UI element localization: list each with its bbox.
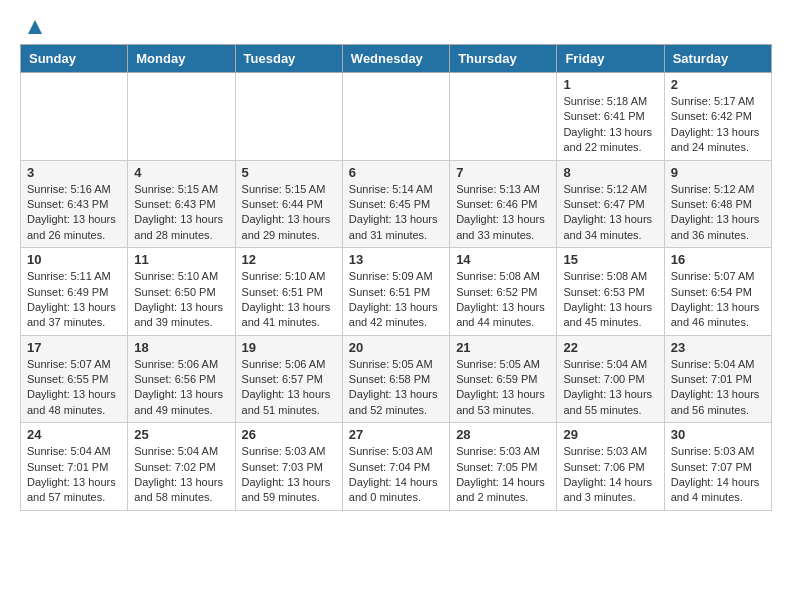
day-number: 28	[456, 427, 550, 442]
calendar-day-empty	[128, 73, 235, 161]
day-info: Sunrise: 5:18 AM Sunset: 6:41 PM Dayligh…	[563, 94, 657, 156]
day-info: Sunrise: 5:08 AM Sunset: 6:52 PM Dayligh…	[456, 269, 550, 331]
calendar-day-10: 10Sunrise: 5:11 AM Sunset: 6:49 PM Dayli…	[21, 248, 128, 336]
calendar-day-empty	[21, 73, 128, 161]
calendar-day-11: 11Sunrise: 5:10 AM Sunset: 6:50 PM Dayli…	[128, 248, 235, 336]
day-info: Sunrise: 5:04 AM Sunset: 7:02 PM Dayligh…	[134, 444, 228, 506]
calendar-day-empty	[450, 73, 557, 161]
day-number: 21	[456, 340, 550, 355]
calendar-day-6: 6Sunrise: 5:14 AM Sunset: 6:45 PM Daylig…	[342, 160, 449, 248]
calendar-week-3: 10Sunrise: 5:11 AM Sunset: 6:49 PM Dayli…	[21, 248, 772, 336]
calendar-header-saturday: Saturday	[664, 45, 771, 73]
calendar-day-16: 16Sunrise: 5:07 AM Sunset: 6:54 PM Dayli…	[664, 248, 771, 336]
calendar-body: 1Sunrise: 5:18 AM Sunset: 6:41 PM Daylig…	[21, 73, 772, 511]
calendar-header-friday: Friday	[557, 45, 664, 73]
day-number: 12	[242, 252, 336, 267]
day-number: 26	[242, 427, 336, 442]
calendar-day-empty	[342, 73, 449, 161]
page-container: SundayMondayTuesdayWednesdayThursdayFrid…	[0, 0, 792, 527]
calendar-day-20: 20Sunrise: 5:05 AM Sunset: 6:58 PM Dayli…	[342, 335, 449, 423]
day-number: 18	[134, 340, 228, 355]
day-info: Sunrise: 5:16 AM Sunset: 6:43 PM Dayligh…	[27, 182, 121, 244]
calendar-week-2: 3Sunrise: 5:16 AM Sunset: 6:43 PM Daylig…	[21, 160, 772, 248]
calendar-day-25: 25Sunrise: 5:04 AM Sunset: 7:02 PM Dayli…	[128, 423, 235, 511]
day-number: 23	[671, 340, 765, 355]
calendar-day-1: 1Sunrise: 5:18 AM Sunset: 6:41 PM Daylig…	[557, 73, 664, 161]
day-number: 9	[671, 165, 765, 180]
day-info: Sunrise: 5:03 AM Sunset: 7:04 PM Dayligh…	[349, 444, 443, 506]
day-info: Sunrise: 5:12 AM Sunset: 6:47 PM Dayligh…	[563, 182, 657, 244]
day-info: Sunrise: 5:04 AM Sunset: 7:01 PM Dayligh…	[671, 357, 765, 419]
calendar-day-29: 29Sunrise: 5:03 AM Sunset: 7:06 PM Dayli…	[557, 423, 664, 511]
day-info: Sunrise: 5:10 AM Sunset: 6:51 PM Dayligh…	[242, 269, 336, 331]
day-number: 20	[349, 340, 443, 355]
calendar-table: SundayMondayTuesdayWednesdayThursdayFrid…	[20, 44, 772, 511]
calendar-day-7: 7Sunrise: 5:13 AM Sunset: 6:46 PM Daylig…	[450, 160, 557, 248]
calendar-day-17: 17Sunrise: 5:07 AM Sunset: 6:55 PM Dayli…	[21, 335, 128, 423]
day-number: 19	[242, 340, 336, 355]
day-number: 17	[27, 340, 121, 355]
day-info: Sunrise: 5:03 AM Sunset: 7:05 PM Dayligh…	[456, 444, 550, 506]
calendar-day-27: 27Sunrise: 5:03 AM Sunset: 7:04 PM Dayli…	[342, 423, 449, 511]
day-number: 3	[27, 165, 121, 180]
svg-marker-0	[28, 20, 42, 34]
day-info: Sunrise: 5:05 AM Sunset: 6:58 PM Dayligh…	[349, 357, 443, 419]
day-number: 1	[563, 77, 657, 92]
calendar-day-15: 15Sunrise: 5:08 AM Sunset: 6:53 PM Dayli…	[557, 248, 664, 336]
day-info: Sunrise: 5:13 AM Sunset: 6:46 PM Dayligh…	[456, 182, 550, 244]
day-number: 29	[563, 427, 657, 442]
day-number: 13	[349, 252, 443, 267]
day-info: Sunrise: 5:03 AM Sunset: 7:06 PM Dayligh…	[563, 444, 657, 506]
calendar-day-8: 8Sunrise: 5:12 AM Sunset: 6:47 PM Daylig…	[557, 160, 664, 248]
calendar-header-row: SundayMondayTuesdayWednesdayThursdayFrid…	[21, 45, 772, 73]
logo	[20, 16, 46, 34]
calendar-day-9: 9Sunrise: 5:12 AM Sunset: 6:48 PM Daylig…	[664, 160, 771, 248]
day-number: 4	[134, 165, 228, 180]
day-info: Sunrise: 5:07 AM Sunset: 6:55 PM Dayligh…	[27, 357, 121, 419]
day-number: 15	[563, 252, 657, 267]
calendar-day-23: 23Sunrise: 5:04 AM Sunset: 7:01 PM Dayli…	[664, 335, 771, 423]
calendar-day-18: 18Sunrise: 5:06 AM Sunset: 6:56 PM Dayli…	[128, 335, 235, 423]
day-info: Sunrise: 5:06 AM Sunset: 6:57 PM Dayligh…	[242, 357, 336, 419]
day-number: 5	[242, 165, 336, 180]
calendar-day-2: 2Sunrise: 5:17 AM Sunset: 6:42 PM Daylig…	[664, 73, 771, 161]
day-info: Sunrise: 5:12 AM Sunset: 6:48 PM Dayligh…	[671, 182, 765, 244]
day-number: 30	[671, 427, 765, 442]
calendar-day-empty	[235, 73, 342, 161]
logo-icon	[24, 16, 46, 38]
calendar-day-26: 26Sunrise: 5:03 AM Sunset: 7:03 PM Dayli…	[235, 423, 342, 511]
calendar-header-tuesday: Tuesday	[235, 45, 342, 73]
day-number: 16	[671, 252, 765, 267]
day-info: Sunrise: 5:10 AM Sunset: 6:50 PM Dayligh…	[134, 269, 228, 331]
calendar-day-4: 4Sunrise: 5:15 AM Sunset: 6:43 PM Daylig…	[128, 160, 235, 248]
day-number: 8	[563, 165, 657, 180]
day-info: Sunrise: 5:14 AM Sunset: 6:45 PM Dayligh…	[349, 182, 443, 244]
calendar-header-wednesday: Wednesday	[342, 45, 449, 73]
day-number: 27	[349, 427, 443, 442]
calendar-day-12: 12Sunrise: 5:10 AM Sunset: 6:51 PM Dayli…	[235, 248, 342, 336]
day-number: 14	[456, 252, 550, 267]
calendar-day-21: 21Sunrise: 5:05 AM Sunset: 6:59 PM Dayli…	[450, 335, 557, 423]
calendar-week-5: 24Sunrise: 5:04 AM Sunset: 7:01 PM Dayli…	[21, 423, 772, 511]
calendar-header-thursday: Thursday	[450, 45, 557, 73]
calendar-day-28: 28Sunrise: 5:03 AM Sunset: 7:05 PM Dayli…	[450, 423, 557, 511]
day-info: Sunrise: 5:15 AM Sunset: 6:43 PM Dayligh…	[134, 182, 228, 244]
day-info: Sunrise: 5:11 AM Sunset: 6:49 PM Dayligh…	[27, 269, 121, 331]
day-info: Sunrise: 5:15 AM Sunset: 6:44 PM Dayligh…	[242, 182, 336, 244]
calendar-week-1: 1Sunrise: 5:18 AM Sunset: 6:41 PM Daylig…	[21, 73, 772, 161]
day-info: Sunrise: 5:09 AM Sunset: 6:51 PM Dayligh…	[349, 269, 443, 331]
calendar-day-30: 30Sunrise: 5:03 AM Sunset: 7:07 PM Dayli…	[664, 423, 771, 511]
calendar-header-monday: Monday	[128, 45, 235, 73]
calendar-day-22: 22Sunrise: 5:04 AM Sunset: 7:00 PM Dayli…	[557, 335, 664, 423]
day-number: 10	[27, 252, 121, 267]
day-number: 11	[134, 252, 228, 267]
calendar-day-13: 13Sunrise: 5:09 AM Sunset: 6:51 PM Dayli…	[342, 248, 449, 336]
calendar-day-3: 3Sunrise: 5:16 AM Sunset: 6:43 PM Daylig…	[21, 160, 128, 248]
day-info: Sunrise: 5:17 AM Sunset: 6:42 PM Dayligh…	[671, 94, 765, 156]
day-number: 2	[671, 77, 765, 92]
calendar-day-5: 5Sunrise: 5:15 AM Sunset: 6:44 PM Daylig…	[235, 160, 342, 248]
day-number: 6	[349, 165, 443, 180]
calendar-day-19: 19Sunrise: 5:06 AM Sunset: 6:57 PM Dayli…	[235, 335, 342, 423]
calendar-header-sunday: Sunday	[21, 45, 128, 73]
calendar-week-4: 17Sunrise: 5:07 AM Sunset: 6:55 PM Dayli…	[21, 335, 772, 423]
